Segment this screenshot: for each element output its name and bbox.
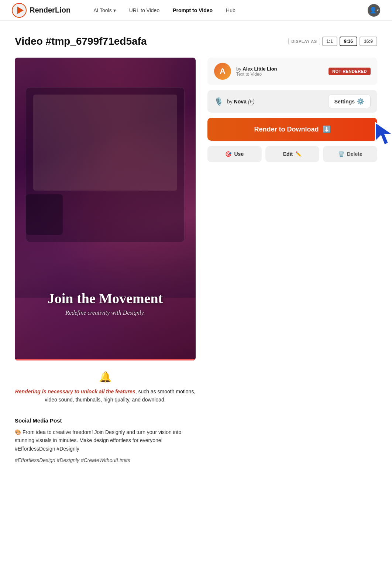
caption-main: Join the Movement <box>26 290 185 307</box>
page-title: Video #tmp_6799f71ed5afa <box>15 35 147 47</box>
social-body: 🎨 From idea to creative freedom! Join De… <box>15 428 196 453</box>
not-rendered-badge: NOT-RENDERED <box>329 68 371 75</box>
render-notice-bold: Rendering is necessary to unlock all the… <box>15 389 135 394</box>
use-button[interactable]: 🎯 Use <box>207 146 262 162</box>
logo-icon <box>12 3 27 18</box>
below-video: 🔔 Rendering is necessary to unlock all t… <box>15 371 196 404</box>
main-content: Video #tmp_6799f71ed5afa DISPLAY AS 1:1 … <box>0 21 392 485</box>
author-details: by Alex Little Lion Text to Video <box>236 66 277 77</box>
render-label: Render to Download <box>254 126 319 133</box>
ratio-16-9-button[interactable]: 16:9 <box>360 37 377 46</box>
render-section: Render to Download ⬇️ <box>207 118 377 141</box>
use-icon: 🎯 <box>225 151 231 157</box>
edit-button[interactable]: Edit ✏️ <box>265 146 320 162</box>
voice-label: by Nova (F) <box>227 99 255 105</box>
caption-overlay: Join the Movement Redefine creativity wi… <box>26 290 185 316</box>
navbar: RenderLion AI Tools ▾ URL to Video Promp… <box>0 0 392 21</box>
logo[interactable]: RenderLion <box>12 3 71 18</box>
trash-icon: 🗑️ <box>338 151 344 157</box>
action-row: 🎯 Use Edit ✏️ 🗑️ Delete <box>207 146 377 162</box>
bell-icon: 🔔 <box>99 371 112 383</box>
chevron-down-icon: ▾ <box>377 8 379 12</box>
edit-label: Edit <box>283 151 293 157</box>
voice-left: 🎙️ by Nova (F) <box>214 97 328 106</box>
svg-marker-2 <box>375 123 392 145</box>
keyboard-hint <box>15 216 196 298</box>
author-info: A by Alex Little Lion Text to Video <box>214 63 277 80</box>
author-avatar: A <box>214 63 231 80</box>
content-area: Join the Movement Redefine creativity wi… <box>15 58 377 463</box>
author-row: A by Alex Little Lion Text to Video NOT-… <box>207 58 377 85</box>
author-by: by Alex Little Lion <box>236 66 277 72</box>
title-row: Video #tmp_6799f71ed5afa DISPLAY AS 1:1 … <box>15 35 377 47</box>
author-name: Alex Little Lion <box>243 66 277 72</box>
ratio-9-16-button[interactable]: 9:16 <box>340 37 357 46</box>
settings-button[interactable]: Settings ⚙️ <box>328 95 371 108</box>
voice-suffix: (F) <box>248 99 255 105</box>
render-notice: Rendering is necessary to unlock all the… <box>15 387 196 404</box>
microphone-icon: 🎙️ <box>214 97 223 106</box>
user-avatar-button[interactable]: 👤 ▾ <box>368 4 380 17</box>
edit-icon: ✏️ <box>295 151 302 157</box>
social-hashtags: #EffortlessDesign #Designly #CreateWitho… <box>15 457 196 463</box>
gear-icon: ⚙️ <box>357 98 364 105</box>
display-as-row: DISPLAY AS 1:1 9:16 16:9 <box>288 37 377 46</box>
voice-row: 🎙️ by Nova (F) Settings ⚙️ <box>207 90 377 113</box>
nav-url-to-video[interactable]: URL to Video <box>124 5 165 16</box>
brand-name: RenderLion <box>30 6 71 14</box>
screen-graphic <box>33 95 177 191</box>
nav-ai-tools[interactable]: AI Tools ▾ <box>88 5 121 16</box>
download-icon: ⬇️ <box>323 125 331 133</box>
video-preview-wrap: Join the Movement Redefine creativity wi… <box>15 58 196 463</box>
video-progress-bar <box>15 359 196 360</box>
settings-label: Settings <box>334 99 355 105</box>
author-type: Text to Video <box>236 72 277 77</box>
person-icon: 👤 <box>369 7 377 14</box>
nav-prompt-to-video[interactable]: Prompt to Video <box>168 5 218 16</box>
caption-sub: Redefine creativity with Designly. <box>26 310 185 316</box>
ratio-1-1-button[interactable]: 1:1 <box>322 37 337 46</box>
voice-name: Nova <box>234 99 247 105</box>
nav-links: AI Tools ▾ URL to Video Prompt to Video … <box>88 5 356 16</box>
right-panel: A by Alex Little Lion Text to Video NOT-… <box>207 58 377 162</box>
nav-hub[interactable]: Hub <box>221 5 241 16</box>
delete-button[interactable]: 🗑️ Delete <box>323 146 377 162</box>
social-section: Social Media Post 🎨 From idea to creativ… <box>15 417 196 463</box>
chevron-down-icon: ▾ <box>113 7 116 13</box>
social-title: Social Media Post <box>15 417 196 424</box>
bell-row: 🔔 <box>15 371 196 383</box>
video-preview: Join the Movement Redefine creativity wi… <box>15 58 196 360</box>
display-as-label: DISPLAY AS <box>288 38 320 45</box>
render-to-download-button[interactable]: Render to Download ⬇️ <box>207 118 377 141</box>
